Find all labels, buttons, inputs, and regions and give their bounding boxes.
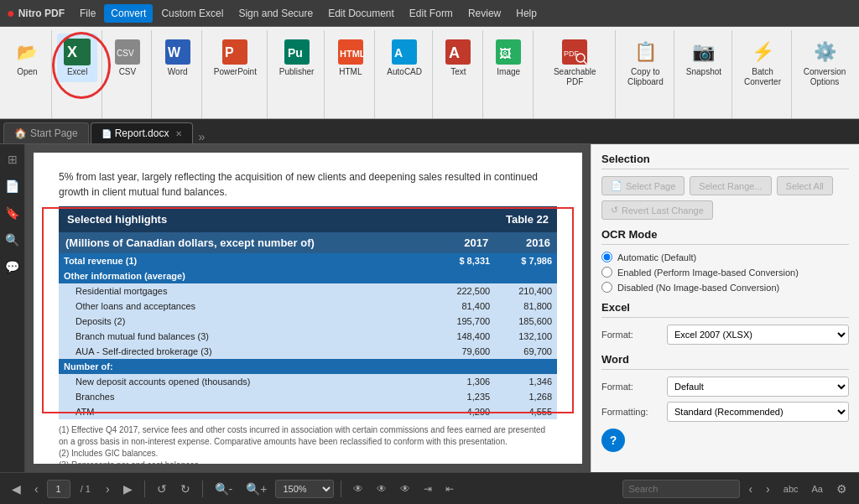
bottom-toolbar: ◀ ‹ / 1 › ▶ ↺ ↻ 🔍- 🔍+ 50% 75% 100% 125% … [0, 472, 859, 504]
separator-1 [144, 481, 145, 497]
word-section-title: Word [601, 353, 849, 370]
ribbon-group-html: HTML HTML [326, 30, 375, 118]
ocr-auto-option[interactable]: Automatic (Default) [601, 252, 849, 262]
svg-text:CSV: CSV [117, 49, 134, 58]
zoom-out-button[interactable]: 🔍- [210, 480, 238, 498]
svg-text:P: P [225, 45, 234, 60]
menu-convert[interactable]: Convert [104, 4, 153, 23]
menu-custom-excel[interactable]: Custom Excel [154, 4, 230, 23]
tab-close-button[interactable]: ✕ [175, 129, 182, 138]
menu-file[interactable]: File [73, 4, 102, 23]
copy-button[interactable]: 📋 Copy toClipboard [621, 34, 670, 92]
aua-2016: 69,700 [495, 344, 557, 359]
doc-icon: 📄 [102, 129, 112, 138]
image-label: Image [497, 67, 520, 77]
ribbon-group-copy: 📋 Copy toClipboard [617, 30, 674, 118]
word-formatting-select[interactable]: Standard (Recommended)ExactNone [667, 402, 849, 422]
table-row-atm: ATM 4,290 4,555 [59, 404, 557, 419]
sidebar-comments-icon[interactable]: 💬 [3, 257, 23, 277]
residential-label: Residential mortgages [59, 283, 433, 299]
residential-2016: 210,400 [495, 283, 557, 299]
help-button[interactable]: ? [601, 429, 625, 452]
settings-button[interactable]: ⚙ [831, 480, 852, 498]
ppt-button[interactable]: P PowerPoint [207, 34, 263, 82]
csv-button[interactable]: CSV CSV [107, 34, 148, 82]
tab-expand-icon[interactable]: » [198, 130, 205, 143]
ocr-enabled-option[interactable]: Enabled (Perform Image-based Conversion) [601, 267, 849, 278]
ocr-auto-radio[interactable] [601, 252, 612, 262]
aua-2017: 79,600 [433, 344, 495, 359]
autocad-button[interactable]: A AutoCAD [380, 34, 429, 82]
ribbon-group-snapshot: 📷 Snapshot [676, 30, 732, 118]
search-prev-button[interactable]: ‹ [743, 480, 757, 498]
html-button[interactable]: HTML HTML [331, 34, 371, 82]
publisher-button[interactable]: Pu Publisher [273, 34, 321, 82]
fit-width-button[interactable]: ⇤ [440, 481, 459, 497]
first-page-button[interactable]: ◀ [7, 480, 26, 498]
options-label: ConversionOptions [804, 67, 846, 87]
word-formatting-row: Formatting: Standard (Recommended)ExactN… [601, 402, 849, 422]
menu-help[interactable]: Help [509, 4, 544, 23]
mutual-fund-label: Branch mutual fund balances (3) [59, 329, 433, 344]
redo-button[interactable]: ↻ [175, 480, 195, 498]
new-deposit-2017: 1,306 [433, 374, 495, 389]
prev-page-button[interactable]: ‹ [29, 480, 44, 498]
svg-text:W: W [168, 45, 181, 60]
next-page-button[interactable]: › [101, 480, 115, 498]
abc-button[interactable]: abc [778, 481, 804, 496]
sidebar-bookmarks-icon[interactable]: 🔖 [3, 203, 23, 223]
options-button[interactable]: ⚙️ ConversionOptions [797, 34, 853, 92]
word-format-select[interactable]: DefaultWord 2007 (DOCX)Word 97-2003 (DOC… [667, 377, 849, 397]
table-header-row: Selected highlights Table 22 [59, 206, 557, 232]
zoom-select[interactable]: 50% 75% 100% 125% 150% 200% [275, 480, 334, 498]
ocr-disabled-option[interactable]: Disabled (No Image-based Conversion) [601, 282, 849, 293]
image-button[interactable]: 🖼 Image [488, 34, 528, 82]
tab-start-page[interactable]: 🏠 Start Page [3, 122, 89, 143]
page-number-input[interactable] [47, 480, 70, 498]
table-col-header: (Millions of Canadian dollars, except nu… [59, 232, 557, 253]
atm-label: ATM [59, 404, 433, 419]
select-range-button[interactable]: Select Range... [690, 176, 771, 195]
sidebar-search-icon[interactable]: 🔍 [3, 230, 23, 250]
revert-last-button[interactable]: ↺ Revert Last Change [601, 200, 713, 220]
aa-button[interactable]: Aa [807, 481, 828, 496]
undo-button[interactable]: ↺ [152, 480, 172, 498]
aua-label: AUA - Self-directed brokerage (3) [59, 344, 433, 359]
ocr-disabled-radio[interactable] [601, 282, 612, 293]
ocr-enabled-radio[interactable] [601, 267, 612, 278]
document-page: 5% from last year, largely reflecting th… [34, 153, 582, 464]
open-button[interactable]: 📂 Open [7, 34, 47, 82]
new-deposit-label: New deposit accounts opened (thousands) [59, 374, 433, 389]
tab-report-docx[interactable]: 📄 Report.docx ✕ [91, 122, 194, 143]
fit-page-button[interactable]: ⇥ [419, 481, 437, 497]
view-mode-3-button[interactable]: 👁 [395, 481, 415, 497]
sidebar-pages-icon[interactable]: 📄 [3, 176, 23, 196]
ribbon-group-image: 🖼 Image [485, 30, 534, 118]
searchable-button[interactable]: PDF Searchable PDF [540, 34, 610, 92]
word-format-label: Format: [601, 382, 660, 392]
excel-button[interactable]: X Excel [57, 34, 97, 82]
menu-edit-doc[interactable]: Edit Document [321, 4, 401, 23]
snapshot-button[interactable]: 📷 Snapshot [679, 34, 728, 82]
zoom-in-button[interactable]: 🔍+ [241, 480, 272, 498]
menu-edit-form[interactable]: Edit Form [403, 4, 460, 23]
last-page-button[interactable]: ▶ [118, 480, 138, 498]
revert-icon: ↺ [611, 205, 618, 216]
batch-button[interactable]: ⚡ BatchConverter [737, 34, 788, 92]
mutual-fund-2016: 132,100 [495, 329, 557, 344]
search-input[interactable] [622, 480, 740, 498]
text-button[interactable]: A Text [438, 34, 478, 82]
table-row-mutual-fund: Branch mutual fund balances (3) 148,400 … [59, 329, 557, 344]
loans-2017: 81,400 [433, 299, 495, 314]
select-page-button[interactable]: 📄 Select Page [601, 176, 685, 195]
word-button[interactable]: W Word [158, 34, 198, 82]
open-label: Open [17, 67, 37, 77]
menu-sign-secure[interactable]: Sign and Secure [232, 4, 320, 23]
excel-format-select[interactable]: Excel 2007 (XLSX)Excel 97-2003 (XLS)CSV [667, 325, 849, 345]
view-mode-2-button[interactable]: 👁 [372, 481, 392, 497]
sidebar-nav-icon[interactable]: ⊞ [3, 149, 23, 169]
view-mode-1-button[interactable]: 👁 [348, 481, 368, 497]
select-all-button[interactable]: Select All [777, 176, 833, 195]
search-next-button[interactable]: › [761, 480, 775, 498]
menu-review[interactable]: Review [461, 4, 508, 23]
